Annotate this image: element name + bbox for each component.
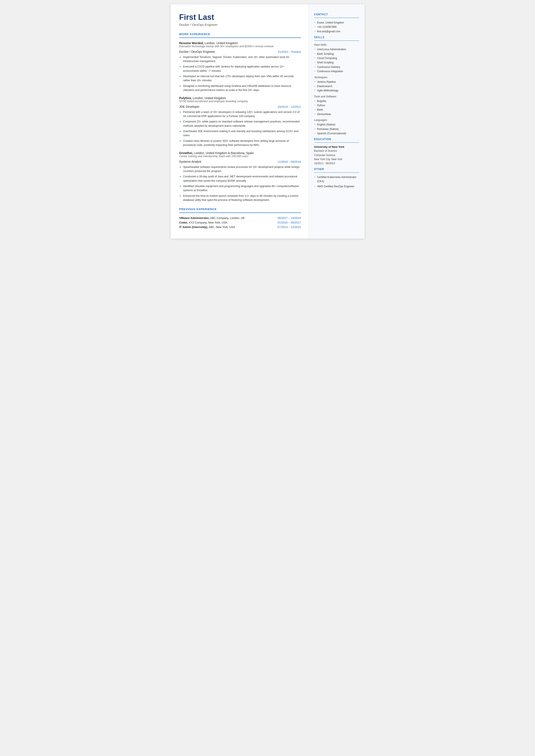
- education-block: University of New York Bachelor of Scien…: [314, 145, 359, 165]
- prev-exp-bold-2: Coder,: [179, 221, 188, 224]
- job-row-2: JDE Developer 10/2019 – 12/2021: [179, 105, 301, 108]
- resume: First Last Docker / DevOps Engineer WORK…: [171, 4, 365, 238]
- skills-title: SKILLS: [314, 36, 359, 39]
- contact-email: first.last@gmail.com: [314, 29, 359, 34]
- tools-label: Tools and Software:: [314, 95, 359, 98]
- prev-exp-bold-1: VMware Administrator,: [179, 216, 210, 220]
- job-dates-3: 11/2018 – 09/2019: [277, 160, 301, 163]
- tool-2: Python: [314, 103, 359, 107]
- bullet-1-4: Designed a monitoring dashboard using Gr…: [179, 84, 301, 93]
- hard-skill-3: Cloud Computing: [314, 56, 359, 60]
- prev-exp-dates-2: 01/2016 – 05/2017: [277, 221, 301, 224]
- languages-label: Languages:: [314, 119, 359, 122]
- bullet-3-2: Conducted a 30-day audit of Java and .NE…: [179, 175, 301, 183]
- tool-1: Bugzilla: [314, 99, 359, 103]
- job-dates-1: 01/2022 – Present: [278, 50, 301, 53]
- hard-skills-label: Hard Skills:: [314, 43, 359, 46]
- job-title-3: Systems Analyst: [179, 160, 202, 163]
- language-1: English (Native): [314, 123, 359, 127]
- bullet-1-3: Developed an internal tool that lets 170…: [179, 74, 301, 83]
- hard-skill-5: Continuous Delivery: [314, 65, 359, 69]
- bullet-1-2: Executed a CI/CD pipeline with Jenkins f…: [179, 65, 301, 73]
- employer-polyhire: Polyhire, London, United Kingdom NYSE-li…: [179, 96, 301, 147]
- bullet-3-1: Spearheaded software requirements review…: [179, 165, 301, 174]
- prev-exp-bold-3: IT Admin (Internship),: [179, 225, 208, 229]
- contact-list: Essex, United Kingdom +44 1234567890 fir…: [314, 20, 359, 34]
- job-row-3: Systems Analyst 11/2018 – 09/2019: [179, 160, 301, 163]
- tool-4: ServiceNow: [314, 112, 359, 116]
- employer-name-3: Growthsi, London, United Kingdom & Barce…: [179, 151, 301, 155]
- hard-skill-2: Bash Scripting: [314, 52, 359, 56]
- job-title-1: Docker / DevOps Engineer: [179, 50, 215, 53]
- skills-section: SKILLS Hard Skills: Unix/Linux Administr…: [314, 36, 359, 136]
- edu-degree: Bachelor of Science: [314, 149, 359, 153]
- language-3: Spanish (Conversational): [314, 131, 359, 136]
- employer-tagline-2: NYSE-listed recruitment and employer bra…: [179, 100, 301, 103]
- job-dates-2: 10/2019 – 12/2021: [277, 105, 301, 108]
- employer-growthsi: Growthsi, London, United Kingdom & Barce…: [179, 151, 301, 202]
- bullet-list-3: Spearheaded software requirements review…: [179, 165, 301, 202]
- bullet-3-3: Identified obsolete equipment and progra…: [179, 184, 301, 193]
- edu-field: Computer Science: [314, 153, 359, 157]
- prev-exp-row-1: VMware Administrator, ABC Company, Londo…: [179, 216, 301, 220]
- contact-title: CONTACT: [314, 13, 359, 16]
- edu-dates: 10/2011 - 06/2014: [314, 161, 359, 165]
- employer-resume-worded: Resume Worded, London, United Kingdom Ed…: [179, 42, 301, 93]
- education-divider: [314, 142, 359, 143]
- employer-tagline-3: Career training and membership SaaS with…: [179, 155, 301, 158]
- other-list: Certified Kubernetes Administrator (CKA)…: [314, 175, 359, 188]
- prev-exp-row-2: Coder, XYZ Company, New York, USA 01/201…: [179, 221, 301, 224]
- bullet-3-4: Enhanced the time-to-market launch sched…: [179, 194, 301, 202]
- bullet-2-4: Created class libraries to protect 320+ …: [179, 139, 301, 147]
- hard-skill-4: Shell Scripting: [314, 60, 359, 65]
- employer-location-1: London, United Kingdom: [204, 42, 238, 45]
- employer-location-2: London, United Kingdom: [192, 96, 226, 100]
- hard-skill-1: Unix/Linux Administration: [314, 47, 359, 51]
- prev-exp-label-3: IT Admin (Internship), ABC, New York, US…: [179, 225, 235, 229]
- education-title: EDUCATION: [314, 138, 359, 141]
- other-item-1: Certified Kubernetes Administrator (CKA): [314, 175, 359, 183]
- hard-skill-6: Continuous Integration: [314, 69, 359, 73]
- previous-experience-title: PREVIOUS EXPERIENCE: [179, 208, 301, 211]
- right-column: CONTACT Essex, United Kingdom +44 123456…: [309, 4, 365, 238]
- technique-1: Jenkins Pipeline: [314, 80, 359, 84]
- edu-location: New York City, New York: [314, 157, 359, 161]
- prev-exp-rest-1: ABC Company, London, UK: [210, 216, 245, 220]
- contact-section: CONTACT Essex, United Kingdom +44 123456…: [314, 13, 359, 34]
- prev-exp-label-2: Coder, XYZ Company, New York, USA: [179, 221, 228, 224]
- prev-exp-label-1: VMware Administrator, ABC Company, Londo…: [179, 216, 245, 220]
- skills-divider: [314, 41, 359, 41]
- contact-location: Essex, United Kingdom: [314, 20, 359, 25]
- bullet-list-2: Partnered with a team of 33+ developers …: [179, 110, 301, 147]
- education-section: EDUCATION University of New York Bachelo…: [314, 138, 359, 165]
- bullet-list-1: Implemented Terraform, Vagrant, Docker, …: [179, 55, 301, 93]
- employer-bold-1: Resume Worded,: [179, 42, 204, 45]
- prev-exp-dates-1: 06/2017 – 10/2018: [277, 216, 301, 220]
- techniques-label: Techniques:: [314, 76, 359, 79]
- work-experience-section: WORK EXPERIENCE Resume Worded, London, U…: [179, 33, 301, 202]
- job-title: Docker / DevOps Engineer: [179, 23, 301, 26]
- employer-tagline-1: Education technology startup with 50+ em…: [179, 45, 301, 48]
- prev-exp-rest-3: ABC, New York, USA: [208, 225, 235, 229]
- other-section: OTHER Certified Kubernetes Administrator…: [314, 168, 359, 188]
- edu-school: University of New York: [314, 145, 359, 149]
- other-item-2: AWS Certified DevOps Engineer: [314, 184, 359, 188]
- job-row-1: Docker / DevOps Engineer 01/2022 – Prese…: [179, 50, 301, 53]
- previous-experience-section: PREVIOUS EXPERIENCE VMware Administrator…: [179, 208, 301, 229]
- techniques-list: Jenkins Pipeline Elasticsearch Agile Met…: [314, 80, 359, 93]
- technique-3: Agile Methodology: [314, 88, 359, 93]
- bullet-2-3: Overhauled JDE environment making it use…: [179, 129, 301, 138]
- bullet-1-1: Implemented Terraform, Vagrant, Docker, …: [179, 55, 301, 64]
- employer-name-1: Resume Worded, London, United Kingdom: [179, 42, 301, 45]
- prev-exp-rest-2: XYZ Company, New York, USA: [188, 221, 227, 224]
- prev-exp-dates-3: 07/2014 – 12/2015: [277, 225, 301, 229]
- bullet-2-2: Composed 23+ white papers on standard so…: [179, 120, 301, 128]
- tool-3: Bash: [314, 107, 359, 112]
- other-divider: [314, 172, 359, 173]
- employer-location-3: London, United Kingdom & Barcelona, Spai…: [193, 151, 254, 155]
- work-experience-title: WORK EXPERIENCE: [179, 33, 301, 36]
- bullet-2-1: Partnered with a team of 33+ developers …: [179, 110, 301, 119]
- left-column: First Last Docker / DevOps Engineer WORK…: [171, 4, 309, 238]
- employer-name-2: Polyhire, London, United Kingdom: [179, 96, 301, 100]
- employer-bold-2: Polyhire,: [179, 96, 192, 100]
